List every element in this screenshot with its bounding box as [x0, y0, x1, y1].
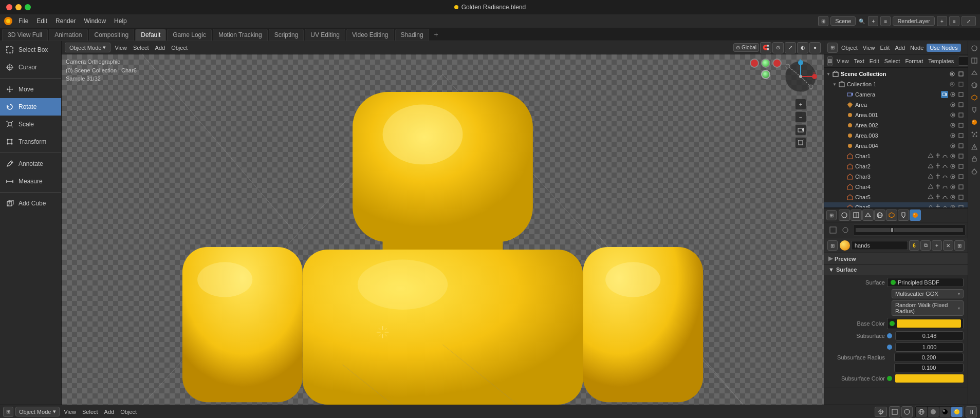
- ri-physics[interactable]: [969, 142, 979, 152]
- outliner-char2[interactable]: Char2: [824, 161, 968, 172]
- props-editor-type[interactable]: ⊞: [826, 210, 837, 220]
- material-delete-btn[interactable]: ✕: [943, 240, 953, 251]
- outliner-char4[interactable]: Char4: [824, 182, 968, 192]
- add-workspace-button[interactable]: +: [430, 28, 442, 41]
- menu-edit[interactable]: Edit: [32, 16, 51, 26]
- surface-type-value[interactable]: Principled BSDF: [887, 278, 964, 287]
- props-icon-scene[interactable]: [862, 210, 874, 221]
- outliner-text-tab[interactable]: Text: [852, 57, 866, 65]
- viewport-shading-2[interactable]: ●: [809, 42, 821, 53]
- outliner-char1[interactable]: Char1: [824, 151, 968, 161]
- status-snap[interactable]: [875, 407, 887, 417]
- tab-uv-editing[interactable]: UV Editing: [305, 29, 345, 41]
- perspective-button[interactable]: [795, 137, 806, 148]
- ss-color-swatch[interactable]: [895, 374, 964, 383]
- base-color-value[interactable]: [887, 318, 964, 329]
- shading-solid[interactable]: [928, 407, 939, 417]
- render-layer-add[interactable]: +: [937, 16, 947, 26]
- outliner-char6[interactable]: Char6: [824, 202, 968, 207]
- tab-animation[interactable]: Animation: [49, 29, 87, 41]
- outliner-area-003[interactable]: Area.003: [824, 130, 968, 141]
- tool-select-box[interactable]: Select Box: [0, 41, 61, 59]
- outliner-edit-tab[interactable]: Edit: [867, 57, 881, 65]
- ri-constraints[interactable]: [969, 154, 979, 164]
- viewport-add-menu[interactable]: Add: [153, 44, 168, 52]
- viewport-view-menu[interactable]: View: [113, 44, 129, 52]
- ss-radius-g[interactable]: 0.200: [894, 353, 964, 362]
- base-color-swatch[interactable]: [897, 319, 961, 328]
- tool-move[interactable]: Move: [0, 81, 61, 98]
- shading-circle-red[interactable]: [750, 59, 759, 68]
- outliner-editor-type[interactable]: ⊞: [827, 56, 833, 66]
- subsurface-value[interactable]: 0.148: [895, 331, 964, 340]
- menu-render[interactable]: Render: [51, 16, 80, 26]
- outliner-area-001[interactable]: Area.001: [824, 110, 968, 120]
- material-copy-btn[interactable]: ⧉: [920, 240, 931, 251]
- random-walk-select[interactable]: Random Walk (Fixed Radius) ▾: [892, 300, 964, 316]
- tab-game-logic[interactable]: Game Logic: [167, 29, 212, 41]
- props-icon-modifier[interactable]: [898, 210, 909, 221]
- material-timeline[interactable]: [853, 224, 966, 236]
- global-select[interactable]: ⊙ Global: [733, 43, 759, 52]
- outliner-content[interactable]: ▼ Scene Collection ▼: [824, 68, 968, 207]
- surface-header[interactable]: ▼ Surface: [824, 264, 968, 275]
- tool-scale[interactable]: Scale: [0, 116, 61, 133]
- tool-add-cube[interactable]: Add Cube: [0, 195, 61, 212]
- ri-output[interactable]: [969, 55, 979, 66]
- outliner-collection1[interactable]: ▼ Collection 1: [824, 79, 968, 89]
- status-editor-type[interactable]: ⊞: [3, 407, 13, 417]
- right-header-edit[interactable]: Edit: [878, 44, 892, 52]
- material-new-btn[interactable]: +: [932, 240, 942, 251]
- outliner-area[interactable]: Area: [824, 100, 968, 110]
- tool-transform[interactable]: Transform: [0, 133, 61, 150]
- outliner-scene-collection[interactable]: ▼ Scene Collection: [824, 69, 968, 79]
- ss-radius-r[interactable]: 1.000: [895, 343, 964, 352]
- nav-gizmo[interactable]: X Z: [783, 59, 819, 94]
- right-header-add[interactable]: Add: [893, 44, 907, 52]
- viewport-object-menu[interactable]: Object: [169, 44, 190, 52]
- outliner-camera[interactable]: Camera: [824, 89, 968, 100]
- shading-circle-green[interactable]: [761, 59, 770, 68]
- status-icon-2[interactable]: [901, 406, 913, 417]
- outliner-view-tab[interactable]: View: [835, 57, 851, 65]
- props-icon-output[interactable]: [850, 210, 862, 221]
- status-object[interactable]: Object: [118, 409, 139, 415]
- tab-default[interactable]: Default: [135, 29, 166, 41]
- material-count[interactable]: 6: [909, 240, 919, 251]
- viewport-shading-1[interactable]: ◐: [797, 42, 808, 53]
- camera-view-button[interactable]: [795, 124, 806, 136]
- render-layer-selector[interactable]: RenderLayer: [893, 16, 935, 26]
- tool-cursor[interactable]: Cursor: [0, 59, 61, 76]
- material-editor-type[interactable]: ⊞: [827, 240, 838, 251]
- status-pause-button[interactable]: ⏸: [966, 406, 977, 417]
- outliner-char5[interactable]: Char5: [824, 192, 968, 202]
- ri-material[interactable]: [969, 117, 979, 127]
- maximize-button[interactable]: [25, 4, 31, 10]
- status-icon-1[interactable]: [889, 406, 900, 417]
- proportional-button[interactable]: ⊙: [772, 42, 784, 53]
- viewport-canvas[interactable]: Camera Orthographic (0) Scene Collection…: [62, 54, 824, 405]
- scene-selector[interactable]: Scene: [830, 16, 856, 26]
- zoom-out-button[interactable]: −: [795, 111, 806, 123]
- shading-circle-red2[interactable]: [772, 59, 782, 68]
- blender-icon[interactable]: [2, 15, 14, 27]
- shading-material[interactable]: [939, 407, 951, 417]
- ss-radius-b[interactable]: 0.100: [894, 363, 964, 372]
- status-view[interactable]: View: [62, 409, 78, 415]
- status-add[interactable]: Add: [102, 409, 117, 415]
- props-icon-object[interactable]: [886, 210, 897, 221]
- transform-orientation-button[interactable]: ⤢: [785, 42, 796, 53]
- props-sub-icon-1[interactable]: [827, 224, 839, 236]
- viewport-select-menu[interactable]: Select: [131, 44, 151, 52]
- shading-sphere[interactable]: [761, 70, 770, 79]
- minimize-button[interactable]: [15, 4, 22, 10]
- tab-3d-view-full[interactable]: 3D View Full: [2, 29, 48, 41]
- object-mode-dropdown[interactable]: Object Mode ▾: [65, 43, 110, 52]
- outliner-char3[interactable]: Char3: [824, 172, 968, 182]
- right-header-object[interactable]: Object: [839, 44, 860, 52]
- editor-type-button[interactable]: ⊞: [818, 16, 828, 26]
- tab-video-editing[interactable]: Video Editing: [346, 29, 394, 41]
- tool-annotate[interactable]: Annotate: [0, 155, 61, 173]
- shading-render[interactable]: [951, 407, 963, 417]
- menu-window[interactable]: Window: [80, 16, 110, 26]
